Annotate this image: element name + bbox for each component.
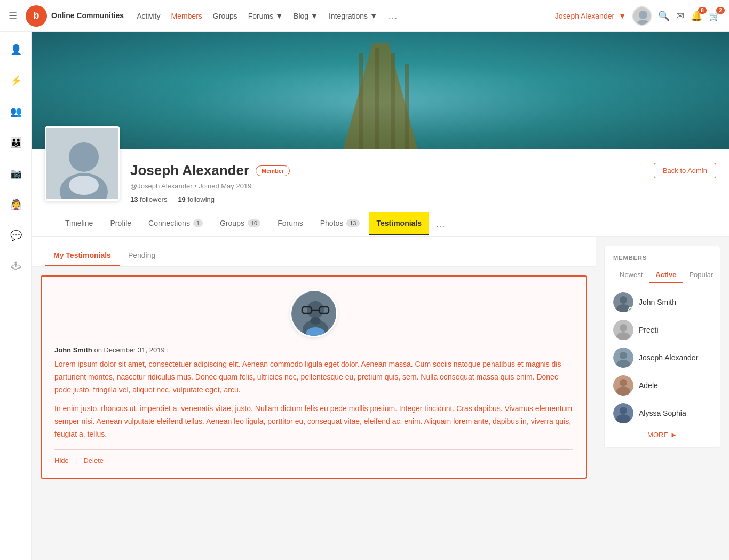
svg-point-20	[620, 296, 627, 304]
testimonial-avatar-svg	[291, 291, 338, 337]
member-avatar-adele	[613, 375, 633, 396]
sidebar-activity-icon[interactable]: ⚡	[7, 72, 25, 90]
nav-right: Joseph Alexander ▼ 🔍 ✉ 🔔 8 🛒 2	[555, 6, 720, 26]
testimonial-author-avatar	[290, 289, 338, 337]
sidebar-image-icon[interactable]: 📷	[7, 164, 25, 183]
nav-blog[interactable]: Blog ▼	[294, 12, 318, 20]
cart-badge: 2	[716, 7, 725, 14]
testimonial-text-2: In enim justo, rhoncus ut, imperdiet a, …	[54, 403, 573, 440]
subtab-my-testimonials[interactable]: My Testimonials	[45, 246, 120, 266]
member-item: Joseph Alexander	[613, 348, 711, 368]
delete-action[interactable]: Delete	[83, 456, 104, 464]
profile-info-row: Joseph Alexander Member Back to Admin @J…	[45, 158, 716, 212]
nav-members[interactable]: Members	[171, 12, 202, 20]
widget-tab-newest[interactable]: Newest	[613, 267, 649, 283]
svg-point-32	[620, 407, 627, 414]
logo-icon: b	[26, 5, 47, 27]
more-members-link[interactable]: MORE ►	[613, 431, 711, 439]
subtab-pending[interactable]: Pending	[120, 246, 164, 266]
svg-point-10	[69, 176, 99, 195]
member-name-adele[interactable]: Adele	[639, 381, 658, 390]
hamburger-icon[interactable]: ☰	[9, 10, 17, 22]
content-row: My Testimonials Pending	[32, 237, 729, 490]
profile-stats: 13 followers 19 following	[130, 195, 716, 203]
search-icon[interactable]: 🔍	[658, 10, 670, 22]
profile-name-row: Joseph Alexander Member Back to Admin	[130, 162, 716, 179]
sidebar-user-circle-icon[interactable]: 👥	[7, 102, 25, 121]
testimonial-avatar-wrap	[54, 289, 573, 346]
svg-point-29	[620, 379, 627, 387]
svg-point-0	[639, 11, 647, 19]
member-name-john[interactable]: John Smith	[639, 298, 676, 306]
svg-rect-4	[375, 48, 379, 149]
tab-connections[interactable]: Connections 1	[141, 212, 210, 235]
svg-point-1	[636, 20, 650, 26]
tab-photos[interactable]: Photos 13	[313, 212, 367, 235]
profile-header: Joseph Alexander Member Back to Admin @J…	[32, 149, 729, 237]
profile-handle: @Joseph Alexander • Joined May 2019	[130, 182, 716, 190]
app-name: Online Communities	[51, 11, 124, 20]
tab-forums[interactable]: Forums	[270, 212, 310, 235]
left-sidebar: 👤 ⚡ 👥 👪 📷 👰 💬 🕹	[0, 32, 32, 560]
hide-action[interactable]: Hide	[54, 456, 69, 464]
sidebar-monitor-icon[interactable]: 🕹	[8, 257, 24, 275]
testimonial-actions: Hide | Delete	[54, 449, 573, 465]
widget-title: MEMBERS	[613, 255, 711, 261]
widget-tabs: Newest Active Popular	[613, 267, 711, 283]
online-indicator	[628, 307, 633, 312]
nav-activity[interactable]: Activity	[137, 12, 160, 20]
notification-badge: 8	[698, 7, 707, 14]
nav-groups[interactable]: Groups	[213, 12, 237, 20]
cover-area	[32, 32, 729, 149]
tabs-more-icon[interactable]: …	[431, 212, 449, 236]
testimonials-section: My Testimonials Pending	[32, 237, 596, 490]
sidebar-group-icon[interactable]: 👪	[7, 133, 25, 152]
member-avatar-john	[613, 292, 633, 312]
nav-forums[interactable]: Forums ▼	[248, 12, 283, 20]
dock-svg	[343, 43, 418, 149]
logo[interactable]: b Online Communities	[26, 5, 124, 27]
member-item: Adele	[613, 375, 711, 396]
cart-icon[interactable]: 🛒 2	[709, 10, 720, 22]
widget-tab-active[interactable]: Active	[649, 267, 683, 283]
tab-timeline[interactable]: Timeline	[58, 212, 100, 235]
member-name-joseph[interactable]: Joseph Alexander	[639, 353, 698, 362]
testimonial-text-1: Lorem ipsum dolor sit amet, consectetuer…	[54, 358, 573, 396]
svg-rect-3	[359, 53, 363, 149]
nav-integrations[interactable]: Integrations ▼	[329, 12, 377, 20]
chevron-down-icon: ▼	[311, 12, 318, 20]
tab-groups[interactable]: Groups 10	[212, 212, 268, 235]
top-navigation: ☰ b Online Communities Activity Members …	[0, 0, 729, 32]
members-widget: MEMBERS Newest Active Popular	[604, 246, 720, 448]
page-layout: 👤 ⚡ 👥 👪 📷 👰 💬 🕹	[0, 32, 729, 560]
user-avatar[interactable]	[632, 6, 652, 26]
sidebar-chat-icon[interactable]: 💬	[7, 226, 25, 244]
right-sidebar: MEMBERS Newest Active Popular	[596, 237, 729, 490]
chevron-right-icon: ►	[670, 431, 677, 439]
tab-testimonials[interactable]: Testimonials	[369, 212, 430, 235]
testimonials-subtabs: My Testimonials Pending	[32, 237, 596, 267]
sidebar-person-icon[interactable]: 👤	[7, 41, 25, 59]
nav-links: Activity Members Groups Forums ▼ Blog ▼ …	[137, 10, 555, 21]
preeti-avatar-svg	[613, 320, 633, 340]
notification-icon[interactable]: 🔔 8	[691, 10, 702, 22]
tab-profile[interactable]: Profile	[102, 212, 139, 235]
testimonial-card: John Smith on December 31, 2019 : Lorem …	[41, 275, 587, 479]
profile-details: Joseph Alexander Member Back to Admin @J…	[130, 158, 716, 203]
joseph-avatar-svg	[613, 348, 633, 368]
member-avatar-preeti	[613, 320, 633, 340]
profile-avatar-svg	[46, 128, 120, 201]
nav-more-icon[interactable]: …	[388, 10, 398, 21]
main-content: Joseph Alexander Member Back to Admin @J…	[32, 32, 729, 560]
member-item: Preeti	[613, 320, 711, 340]
back-to-admin-button[interactable]: Back to Admin	[654, 163, 716, 178]
user-menu[interactable]: Joseph Alexander ▼	[555, 12, 626, 20]
sidebar-users-icon[interactable]: 👰	[7, 195, 25, 214]
member-name-preeti[interactable]: Preeti	[639, 326, 659, 334]
member-item: John Smith	[613, 292, 711, 312]
member-name-alyssa[interactable]: Alyssa Sophia	[639, 409, 686, 417]
widget-tab-popular[interactable]: Popular	[683, 267, 719, 283]
mail-icon[interactable]: ✉	[676, 10, 684, 22]
alyssa-avatar-svg	[613, 403, 633, 423]
chevron-down-icon: ▼	[275, 12, 283, 20]
